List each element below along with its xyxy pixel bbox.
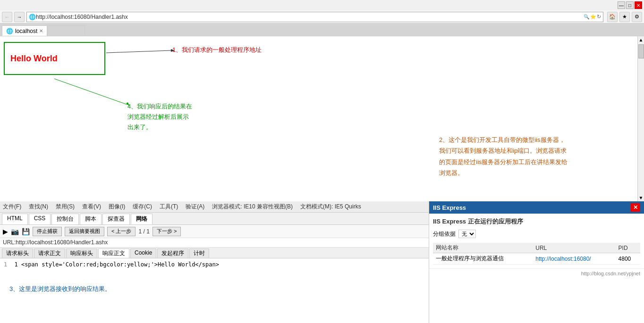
iis-title: IIS Express	[433, 204, 466, 211]
svg-line-0	[106, 50, 171, 53]
refresh-icon[interactable]: ↻	[597, 14, 601, 20]
dev-toolbar: ▶ 📷 💾 停止捕获 返回摘要视图 < 上一步 1 / 1 下一步 >	[0, 225, 429, 238]
annotation-1: 1、我们请求的一般处理程序地址	[172, 46, 262, 54]
menu-view[interactable]: 查看(V)	[82, 203, 101, 211]
dev-url-bar: URL:http://localhost:16080/Handler1.ashx	[0, 238, 429, 248]
bottom-section: 文件(F) 查找(N) 禁用(S) 查看(V) 图像(I) 缓存(C) 工具(T…	[0, 201, 644, 323]
iis-panel: IIS Express ✕ IIS Express 正在运行的应用程序 分组依据…	[429, 201, 644, 323]
menu-browser-mode[interactable]: 浏览器模式: IE10 兼容性视图(B)	[212, 203, 293, 211]
menu-cache[interactable]: 缓存(C)	[133, 203, 152, 211]
iis-table: 网站名称 URL PID 一般处理程序与浏览器通信 http://localho…	[433, 243, 640, 265]
tab-css[interactable]: CSS	[29, 214, 51, 224]
dev-tools-panel: 文件(F) 查找(N) 禁用(S) 查看(V) 图像(I) 缓存(C) 工具(T…	[0, 201, 429, 323]
nav-bar: ← → 🌐 http://localhost:16080/Handler1.as…	[0, 10, 644, 24]
main-content-area: Hello World 1、我们请求的一般处理程序地址 4、我们响应后的结果在 …	[0, 36, 644, 201]
browser-chrome: — □ ✕ ← → 🌐 http://localhost:16080/Handl…	[0, 0, 644, 36]
menu-validate[interactable]: 验证(A)	[186, 203, 204, 211]
iis-filter-label: 分组依据	[433, 230, 456, 238]
scroll-down-button[interactable]: ▼	[638, 194, 644, 201]
tab-network[interactable]: 网络	[131, 214, 153, 224]
col-url: URL	[533, 243, 615, 253]
settings-button[interactable]: ⚙	[632, 12, 642, 22]
hello-world-display: Hello World	[4, 42, 105, 75]
record-icon: ▶	[3, 228, 8, 235]
page-info: 1 / 1	[138, 228, 149, 235]
iis-body: IIS Express 正在运行的应用程序 分组依据 无 网站名称 URL PI…	[429, 214, 644, 268]
tab-label: localhost	[15, 28, 37, 34]
response-tabs: 请求标头 请求正文 响应标头 响应正文 Cookie 发起程序 计时	[0, 248, 429, 258]
tab-profiler[interactable]: 探查器	[102, 214, 130, 224]
menu-find[interactable]: 查找(N)	[29, 203, 48, 211]
tab-script[interactable]: 脚本	[80, 214, 102, 224]
code-content: 1 <span style='Color:red;bgcolor:yellow;…	[14, 261, 219, 268]
resp-tab-request-header[interactable]: 请求标头	[2, 248, 33, 258]
menu-disable[interactable]: 禁用(S)	[56, 203, 75, 211]
col-pid: PID	[616, 243, 640, 253]
save-icon: 💾	[22, 228, 30, 235]
resp-tab-cookie[interactable]: Cookie	[130, 248, 156, 258]
dev-tools-menu: 文件(F) 查找(N) 禁用(S) 查看(V) 图像(I) 缓存(C) 工具(T…	[0, 201, 429, 213]
favorites-button[interactable]: ★	[619, 12, 630, 22]
annotation-2: 2、这个是我们开发工具自带的微型iis服务器， 我们可以看到服务器地址和ip端口…	[439, 134, 609, 179]
scroll-thumb[interactable]	[638, 44, 644, 58]
home-button[interactable]: 🏠	[607, 12, 618, 22]
scrollbar[interactable]: ▲ ▼	[637, 36, 644, 201]
resp-tab-initiator[interactable]: 发起程序	[157, 248, 188, 258]
stop-capture-button[interactable]: 停止捕获	[33, 227, 62, 236]
ie-icon: 🌐	[29, 14, 36, 20]
tab-icon: 🌐	[6, 28, 13, 34]
menu-tools[interactable]: 工具(T)	[160, 203, 178, 211]
annotation-3: 3、这里是浏览器接收到的响应结果。	[0, 282, 429, 296]
line-number: 1	[4, 261, 7, 268]
scroll-up-button[interactable]: ▲	[638, 36, 644, 43]
resp-tab-request-body[interactable]: 请求正文	[34, 248, 65, 258]
svg-line-2	[54, 79, 127, 105]
tab-close-button[interactable]: ✕	[39, 28, 43, 33]
site-url-link[interactable]: http://localhost:16080/	[535, 256, 591, 262]
dev-tabs: HTML CSS 控制台 脚本 探查器 网络	[0, 213, 429, 225]
capture-icon: 📷	[11, 228, 19, 235]
close-button[interactable]: ✕	[635, 1, 642, 9]
iis-close-button[interactable]: ✕	[631, 203, 640, 212]
address-text: http://localhost:16080/Handler1.ashx	[36, 14, 584, 20]
iis-section-title: IIS Express 正在运行的应用程序	[433, 217, 640, 226]
menu-file[interactable]: 文件(F)	[3, 203, 21, 211]
iis-footer: http://blog.csdn.net/ypjnet	[429, 268, 644, 278]
browser-content: Hello World 1、我们请求的一般处理程序地址 4、我们响应后的结果在 …	[0, 36, 637, 201]
forward-button[interactable]: →	[14, 12, 25, 22]
resp-tab-response-header[interactable]: 响应标头	[66, 248, 97, 258]
back-button[interactable]: ←	[2, 12, 12, 22]
col-name: 网站名称	[433, 243, 533, 253]
browser-tab[interactable]: 🌐 localhost ✕	[2, 25, 47, 36]
address-bar[interactable]: 🌐 http://localhost:16080/Handler1.ashx 🔍…	[26, 12, 603, 22]
iis-table-header: 网站名称 URL PID	[433, 243, 640, 253]
next-button[interactable]: 下一步 >	[153, 227, 181, 236]
iis-title-bar: IIS Express ✕	[429, 201, 644, 214]
code-area: 1 1 <span style='Color:red;bgcolor:yello…	[0, 258, 429, 282]
menu-doc-mode[interactable]: 文档模式(M): IE5 Quirks	[300, 203, 361, 211]
table-row: 一般处理程序与浏览器通信 http://localhost:16080/ 480…	[433, 253, 640, 265]
resp-tab-response-body[interactable]: 响应正文	[98, 248, 129, 258]
menu-image[interactable]: 图像(I)	[109, 203, 125, 211]
hello-world-text: Hello World	[10, 54, 58, 64]
search-icon: 🔍	[584, 14, 589, 19]
prev-button[interactable]: < 上一步	[107, 227, 136, 236]
star-icon: ⭐	[590, 14, 596, 19]
resp-tab-timing[interactable]: 计时	[189, 248, 209, 258]
tab-bar: 🌐 localhost ✕	[0, 24, 644, 36]
tab-console[interactable]: 控制台	[51, 214, 79, 224]
title-bar: — □ ✕	[0, 0, 644, 10]
iis-filter-row: 分组依据 无	[433, 230, 640, 238]
summary-view-button[interactable]: 返回摘要视图	[65, 227, 104, 236]
annotation-4: 4、我们响应后的结果在 浏览器经过解析后展示 出来了。	[127, 101, 192, 133]
iis-filter-select[interactable]: 无	[458, 230, 476, 238]
site-name: 一般处理程序与浏览器通信	[433, 253, 533, 265]
site-pid: 4800	[616, 253, 640, 265]
maximize-button[interactable]: □	[626, 1, 634, 9]
site-url: http://localhost:16080/	[533, 253, 615, 265]
tab-html[interactable]: HTML	[2, 214, 28, 224]
minimize-button[interactable]: —	[618, 1, 625, 9]
